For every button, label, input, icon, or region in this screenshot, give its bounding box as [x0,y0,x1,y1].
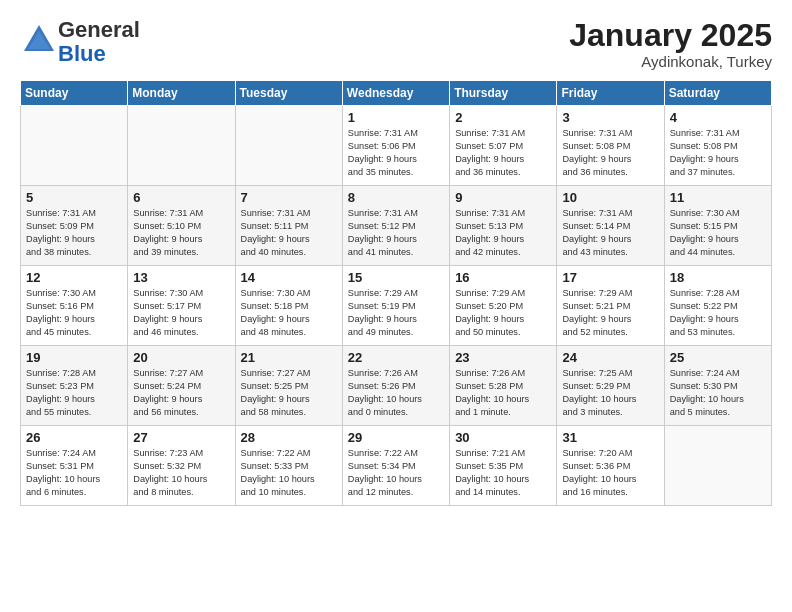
title-block: January 2025 Aydinkonak, Turkey [569,18,772,70]
day-content: Sunrise: 7:31 AM Sunset: 5:07 PM Dayligh… [455,127,551,179]
calendar-cell: 31Sunrise: 7:20 AM Sunset: 5:36 PM Dayli… [557,426,664,506]
day-content: Sunrise: 7:27 AM Sunset: 5:24 PM Dayligh… [133,367,229,419]
header: General Blue January 2025 Aydinkonak, Tu… [20,18,772,70]
day-number: 26 [26,430,122,445]
day-number: 21 [241,350,337,365]
calendar-row-2: 5Sunrise: 7:31 AM Sunset: 5:09 PM Daylig… [21,186,772,266]
day-number: 24 [562,350,658,365]
day-number: 12 [26,270,122,285]
day-content: Sunrise: 7:31 AM Sunset: 5:14 PM Dayligh… [562,207,658,259]
calendar-cell: 15Sunrise: 7:29 AM Sunset: 5:19 PM Dayli… [342,266,449,346]
calendar-cell: 3Sunrise: 7:31 AM Sunset: 5:08 PM Daylig… [557,106,664,186]
calendar-cell: 17Sunrise: 7:29 AM Sunset: 5:21 PM Dayli… [557,266,664,346]
day-number: 27 [133,430,229,445]
calendar-cell: 5Sunrise: 7:31 AM Sunset: 5:09 PM Daylig… [21,186,128,266]
day-content: Sunrise: 7:31 AM Sunset: 5:12 PM Dayligh… [348,207,444,259]
weekday-saturday: Saturday [664,81,771,106]
page: General Blue January 2025 Aydinkonak, Tu… [0,0,792,516]
day-number: 13 [133,270,229,285]
calendar-row-3: 12Sunrise: 7:30 AM Sunset: 5:16 PM Dayli… [21,266,772,346]
calendar-cell: 27Sunrise: 7:23 AM Sunset: 5:32 PM Dayli… [128,426,235,506]
day-number: 29 [348,430,444,445]
calendar-cell: 14Sunrise: 7:30 AM Sunset: 5:18 PM Dayli… [235,266,342,346]
weekday-thursday: Thursday [450,81,557,106]
day-number: 3 [562,110,658,125]
day-number: 10 [562,190,658,205]
day-number: 28 [241,430,337,445]
day-number: 11 [670,190,766,205]
calendar-row-4: 19Sunrise: 7:28 AM Sunset: 5:23 PM Dayli… [21,346,772,426]
day-number: 9 [455,190,551,205]
weekday-wednesday: Wednesday [342,81,449,106]
day-number: 4 [670,110,766,125]
day-number: 18 [670,270,766,285]
calendar-cell: 2Sunrise: 7:31 AM Sunset: 5:07 PM Daylig… [450,106,557,186]
day-number: 2 [455,110,551,125]
calendar-cell: 12Sunrise: 7:30 AM Sunset: 5:16 PM Dayli… [21,266,128,346]
day-number: 17 [562,270,658,285]
day-number: 7 [241,190,337,205]
logo-blue: Blue [58,41,106,66]
day-content: Sunrise: 7:31 AM Sunset: 5:06 PM Dayligh… [348,127,444,179]
calendar-table: SundayMondayTuesdayWednesdayThursdayFrid… [20,80,772,506]
day-content: Sunrise: 7:21 AM Sunset: 5:35 PM Dayligh… [455,447,551,499]
day-number: 23 [455,350,551,365]
day-content: Sunrise: 7:28 AM Sunset: 5:23 PM Dayligh… [26,367,122,419]
day-content: Sunrise: 7:31 AM Sunset: 5:10 PM Dayligh… [133,207,229,259]
day-content: Sunrise: 7:31 AM Sunset: 5:08 PM Dayligh… [670,127,766,179]
day-content: Sunrise: 7:31 AM Sunset: 5:13 PM Dayligh… [455,207,551,259]
calendar-cell [128,106,235,186]
calendar-cell: 28Sunrise: 7:22 AM Sunset: 5:33 PM Dayli… [235,426,342,506]
day-content: Sunrise: 7:26 AM Sunset: 5:26 PM Dayligh… [348,367,444,419]
day-content: Sunrise: 7:26 AM Sunset: 5:28 PM Dayligh… [455,367,551,419]
calendar-cell: 16Sunrise: 7:29 AM Sunset: 5:20 PM Dayli… [450,266,557,346]
calendar-cell: 7Sunrise: 7:31 AM Sunset: 5:11 PM Daylig… [235,186,342,266]
day-content: Sunrise: 7:29 AM Sunset: 5:19 PM Dayligh… [348,287,444,339]
logo: General Blue [20,18,140,66]
day-content: Sunrise: 7:22 AM Sunset: 5:34 PM Dayligh… [348,447,444,499]
day-content: Sunrise: 7:30 AM Sunset: 5:18 PM Dayligh… [241,287,337,339]
calendar-cell: 19Sunrise: 7:28 AM Sunset: 5:23 PM Dayli… [21,346,128,426]
calendar-cell: 25Sunrise: 7:24 AM Sunset: 5:30 PM Dayli… [664,346,771,426]
calendar-header: SundayMondayTuesdayWednesdayThursdayFrid… [21,81,772,106]
day-number: 16 [455,270,551,285]
day-content: Sunrise: 7:23 AM Sunset: 5:32 PM Dayligh… [133,447,229,499]
calendar-cell: 9Sunrise: 7:31 AM Sunset: 5:13 PM Daylig… [450,186,557,266]
calendar-cell: 29Sunrise: 7:22 AM Sunset: 5:34 PM Dayli… [342,426,449,506]
day-content: Sunrise: 7:30 AM Sunset: 5:16 PM Dayligh… [26,287,122,339]
day-content: Sunrise: 7:27 AM Sunset: 5:25 PM Dayligh… [241,367,337,419]
day-number: 5 [26,190,122,205]
calendar-cell: 11Sunrise: 7:30 AM Sunset: 5:15 PM Dayli… [664,186,771,266]
weekday-monday: Monday [128,81,235,106]
weekday-sunday: Sunday [21,81,128,106]
day-number: 19 [26,350,122,365]
calendar-cell: 21Sunrise: 7:27 AM Sunset: 5:25 PM Dayli… [235,346,342,426]
day-content: Sunrise: 7:28 AM Sunset: 5:22 PM Dayligh… [670,287,766,339]
day-content: Sunrise: 7:31 AM Sunset: 5:09 PM Dayligh… [26,207,122,259]
day-number: 25 [670,350,766,365]
logo-icon [20,21,58,59]
calendar-cell: 23Sunrise: 7:26 AM Sunset: 5:28 PM Dayli… [450,346,557,426]
day-content: Sunrise: 7:30 AM Sunset: 5:15 PM Dayligh… [670,207,766,259]
calendar-cell: 26Sunrise: 7:24 AM Sunset: 5:31 PM Dayli… [21,426,128,506]
location: Aydinkonak, Turkey [569,53,772,70]
calendar-cell: 8Sunrise: 7:31 AM Sunset: 5:12 PM Daylig… [342,186,449,266]
calendar-cell: 20Sunrise: 7:27 AM Sunset: 5:24 PM Dayli… [128,346,235,426]
day-content: Sunrise: 7:25 AM Sunset: 5:29 PM Dayligh… [562,367,658,419]
day-number: 30 [455,430,551,445]
day-content: Sunrise: 7:29 AM Sunset: 5:21 PM Dayligh… [562,287,658,339]
month-year: January 2025 [569,18,772,53]
day-content: Sunrise: 7:24 AM Sunset: 5:30 PM Dayligh… [670,367,766,419]
calendar-cell: 24Sunrise: 7:25 AM Sunset: 5:29 PM Dayli… [557,346,664,426]
weekday-tuesday: Tuesday [235,81,342,106]
calendar-cell: 6Sunrise: 7:31 AM Sunset: 5:10 PM Daylig… [128,186,235,266]
day-number: 8 [348,190,444,205]
calendar-row-5: 26Sunrise: 7:24 AM Sunset: 5:31 PM Dayli… [21,426,772,506]
calendar-cell: 1Sunrise: 7:31 AM Sunset: 5:06 PM Daylig… [342,106,449,186]
day-number: 1 [348,110,444,125]
calendar-row-1: 1Sunrise: 7:31 AM Sunset: 5:06 PM Daylig… [21,106,772,186]
calendar-cell [21,106,128,186]
logo-text: General Blue [58,18,140,66]
day-content: Sunrise: 7:30 AM Sunset: 5:17 PM Dayligh… [133,287,229,339]
weekday-friday: Friday [557,81,664,106]
